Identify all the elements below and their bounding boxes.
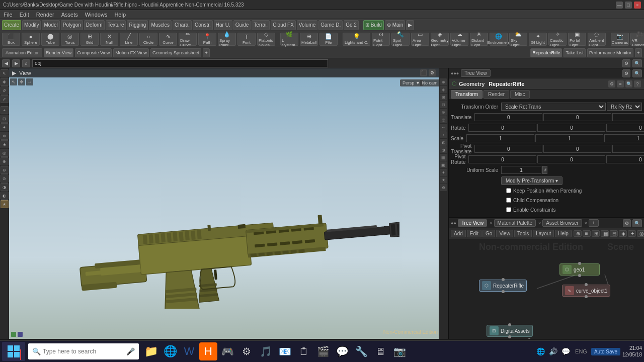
- node-canvas[interactable]: Non-commercial Edition Scene ⬡ geo1: [449, 239, 644, 339]
- tb-volume[interactable]: Volume: [297, 20, 317, 30]
- taskbar-app6[interactable]: 🎬: [314, 342, 332, 360]
- ne-tab-close-1[interactable]: ×: [490, 221, 492, 226]
- taskbar-word[interactable]: W: [180, 342, 198, 360]
- tb-gilight[interactable]: ✦GI Light: [529, 33, 547, 46]
- tb-curve[interactable]: ∿Curve: [159, 33, 177, 46]
- ne-icon-3[interactable]: ⊞: [592, 230, 600, 237]
- pivottrans-z[interactable]: [612, 145, 644, 153]
- node-da-conn-bottom[interactable]: [508, 335, 511, 338]
- addr-input[interactable]: obj: [32, 59, 328, 67]
- ttab-render[interactable]: Render: [484, 90, 509, 99]
- taskbar-app2[interactable]: ⚙: [237, 342, 256, 360]
- tb-distlight[interactable]: ☀Distant Light: [470, 33, 488, 46]
- addr-fwd[interactable]: ▶: [12, 59, 20, 67]
- tab-motionfx-view[interactable]: Motion FX View: [113, 48, 149, 57]
- translate-y[interactable]: [543, 113, 611, 121]
- taskbar-app9[interactable]: 🖥: [371, 342, 389, 360]
- tb-deform[interactable]: Deform: [84, 20, 105, 30]
- ttab-misc[interactable]: Misc: [510, 90, 530, 99]
- tool-transform[interactable]: ✥: [1, 78, 9, 86]
- ne-btn-add[interactable]: Add: [451, 230, 466, 237]
- vp-tool-3[interactable]: ↔: [26, 78, 33, 85]
- tool-camera-t[interactable]: ◈: [1, 140, 9, 148]
- tb-lights[interactable]: 💡Lights and C.: [343, 33, 370, 46]
- uniform-scale-reset[interactable]: ↺: [542, 166, 547, 174]
- tb-texture[interactable]: Texture: [106, 20, 126, 30]
- tb-caustic[interactable]: ✧Caustic Light: [548, 33, 567, 46]
- node-curve-conn-top[interactable]: [585, 283, 588, 286]
- ne-icon-5[interactable]: ⊟: [610, 230, 618, 237]
- tb-metaball[interactable]: ⊕Metaball: [300, 33, 318, 46]
- taskbar-explorer[interactable]: 📁: [142, 342, 160, 360]
- keep-position-checkbox[interactable]: [506, 188, 511, 193]
- tb-model[interactable]: Model: [42, 20, 59, 30]
- tab-perf-monitor[interactable]: Performance Monitor: [587, 48, 633, 57]
- tb-haru[interactable]: Har U.: [214, 20, 232, 30]
- tab-take-list[interactable]: Take List: [564, 48, 586, 57]
- ne-icon-6[interactable]: ◈: [619, 230, 627, 237]
- ne-btn-layout[interactable]: Layout: [533, 230, 554, 237]
- tb-terrain[interactable]: Terrai.: [252, 20, 270, 30]
- tb-file[interactable]: 📄File: [319, 33, 338, 46]
- ne-tab-material[interactable]: Material Palette: [494, 219, 536, 227]
- tb-main[interactable]: ⊕ Main: [385, 20, 405, 30]
- vp-r-icon-9[interactable]: ◐: [440, 139, 447, 146]
- uniform-scale-val[interactable]: [501, 166, 541, 174]
- translate-x[interactable]: [474, 113, 542, 121]
- geo-list[interactable]: ≡: [617, 80, 624, 87]
- vp-maximize[interactable]: ⬛: [420, 69, 427, 76]
- node-da-conn-top[interactable]: [508, 323, 511, 326]
- ne-btn-edit[interactable]: Edit: [467, 230, 481, 237]
- taskbar-app3[interactable]: 🎵: [257, 342, 275, 360]
- vp-r-icon-5[interactable]: ⊙: [440, 109, 447, 116]
- vp-r-icon-2[interactable]: ◈: [440, 86, 447, 93]
- tb-geolight[interactable]: ◈Geometry Light: [431, 33, 449, 46]
- tray-network[interactable]: 🌐: [535, 347, 546, 355]
- ne-tab-assetbrowser[interactable]: Asset Browser: [542, 219, 582, 227]
- ne-settings[interactable]: ⚙: [623, 219, 631, 227]
- viewport-3d[interactable]: ▶ View ⬛ ⚙ ↖ ✥ ↔ Persp ▼ No cam ▼: [9, 68, 448, 339]
- tb-create[interactable]: Create: [2, 20, 21, 30]
- vp-settings[interactable]: ⚙: [429, 69, 436, 76]
- ne-tab-close-2[interactable]: ×: [538, 221, 541, 226]
- ne-icon-4[interactable]: ▦: [601, 230, 609, 237]
- tb-circle[interactable]: ○Circle: [139, 33, 157, 46]
- menu-render[interactable]: Render: [35, 12, 56, 18]
- ne-btn-help[interactable]: Help: [555, 230, 572, 237]
- tool-scale[interactable]: ⤢: [1, 95, 9, 103]
- ne-btn-view[interactable]: View: [496, 230, 513, 237]
- ne-icon-1[interactable]: ⊕: [574, 230, 582, 237]
- scale-z[interactable]: [604, 134, 644, 142]
- tb-gamed[interactable]: Game D.: [318, 20, 343, 30]
- node-curve-object1[interactable]: ∿ curve_object1: [562, 285, 610, 297]
- rotate-z[interactable]: [606, 124, 644, 132]
- taskbar-app4[interactable]: 📧: [276, 342, 294, 360]
- ne-tab-close-3[interactable]: ×: [585, 221, 587, 226]
- tool-pose[interactable]: ⊛: [1, 132, 9, 140]
- ne-zoom[interactable]: 🔍: [632, 219, 642, 227]
- pivotrot-z[interactable]: [606, 155, 644, 163]
- tb-portal[interactable]: ▣Portal Light: [568, 33, 586, 46]
- ne-btn-go[interactable]: Go: [482, 230, 495, 237]
- taskbar-app7[interactable]: 💬: [333, 342, 351, 360]
- transform-order-select[interactable]: Scale Rot Trans: [501, 103, 606, 111]
- tool-handle[interactable]: ✦: [1, 123, 9, 131]
- vp-r-icon-13[interactable]: ✦: [440, 169, 447, 176]
- tab-composite-view[interactable]: Composite View: [75, 48, 112, 57]
- tool-cam-orbit[interactable]: ◎: [1, 149, 9, 157]
- tb-tube[interactable]: ⬤Tube: [41, 33, 59, 46]
- tray-notification[interactable]: 💬: [560, 347, 571, 355]
- rph-zoom-in[interactable]: 🔍: [632, 69, 642, 77]
- tool-rotate[interactable]: ↺: [1, 86, 9, 95]
- tool-cam-track[interactable]: ◐: [1, 192, 9, 200]
- taskbar-app8[interactable]: 🔧: [352, 342, 370, 360]
- geo-settings[interactable]: ⚙: [608, 80, 615, 87]
- tb-rigging[interactable]: Rigging: [127, 20, 148, 30]
- tool-snap[interactable]: ⊡: [1, 115, 9, 123]
- tb-sphere[interactable]: ●Sphere: [22, 33, 40, 46]
- tb-polygon[interactable]: Polygon: [61, 20, 83, 30]
- tool-cam-pan[interactable]: ⊕: [1, 157, 9, 165]
- vp-r-icon-3[interactable]: ⊞: [440, 94, 447, 101]
- tb-spotlight[interactable]: 🔦Spot Light: [391, 33, 410, 46]
- tb-constr[interactable]: Constr.: [193, 20, 213, 30]
